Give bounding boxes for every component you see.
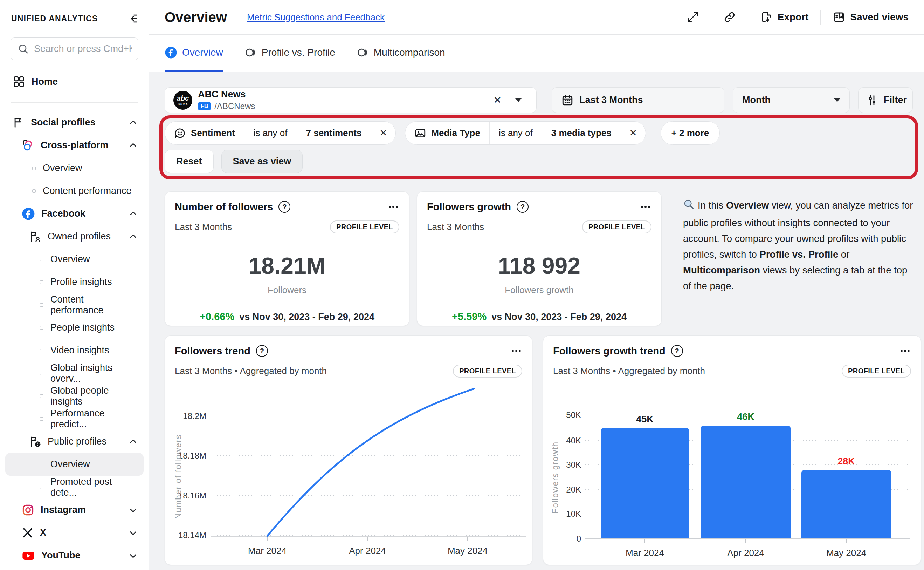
y-tick: 40K xyxy=(566,436,581,445)
save-as-view-button[interactable]: Save as view xyxy=(221,150,303,173)
y-tick: 18.2M xyxy=(183,411,206,421)
sentiment-icon xyxy=(174,127,186,139)
remove-filter-icon[interactable]: ✕ xyxy=(371,122,396,144)
share-link-icon[interactable] xyxy=(723,11,736,23)
instagram-icon xyxy=(22,504,34,516)
bullet-icon xyxy=(40,394,43,398)
card-menu-icon[interactable] xyxy=(387,201,399,213)
sidebar-item-public-overview[interactable]: Overview xyxy=(5,453,144,476)
sidebar-section-social-profiles[interactable]: Social profiles xyxy=(0,111,149,134)
followers-trend-line-chart: 18.2M 18.18M 18.16M 18.14M Number of fol… xyxy=(171,375,527,562)
more-filters-button[interactable]: + 2 more xyxy=(661,121,720,145)
magnifier-icon xyxy=(683,198,695,215)
metric-suggestions-link[interactable]: Metric Suggestions and Feedback xyxy=(247,12,385,23)
remove-filter-icon[interactable]: ✕ xyxy=(621,122,646,144)
header-separator xyxy=(820,10,821,25)
y-tick: 10K xyxy=(566,509,581,518)
sidebar-item-cross-platform-overview[interactable]: Overview xyxy=(0,157,149,179)
reset-button[interactable]: Reset xyxy=(165,150,214,173)
filter-button[interactable]: Filter xyxy=(858,87,913,113)
bullet-icon xyxy=(40,417,43,421)
sidebar-item-cross-platform-content-performance[interactable]: Content performance xyxy=(0,179,149,202)
tab-overview[interactable]: Overview xyxy=(165,35,223,72)
help-icon[interactable]: ? xyxy=(278,201,290,213)
help-icon[interactable]: ? xyxy=(517,201,528,213)
filter-value[interactable]: 7 sentiments xyxy=(297,122,371,144)
aggregation-dropdown[interactable]: Month xyxy=(733,87,850,113)
filter-actions-row: Reset Save as view xyxy=(165,150,302,173)
tab-multicomparison[interactable]: Multicomparison xyxy=(357,35,445,72)
remove-profile-icon[interactable]: ✕ xyxy=(487,94,509,106)
sidebar-item-label: Social profiles xyxy=(31,117,96,128)
tab-label: Profile vs. Profile xyxy=(262,47,335,58)
bullet-icon xyxy=(40,349,43,352)
sidebar-item-label: Overview xyxy=(43,162,82,173)
sidebar-item-global-people-insights[interactable]: Global people insights xyxy=(0,385,149,408)
sidebar-group-public-profiles[interactable]: Public profiles xyxy=(0,430,149,453)
filter-chip-media-type[interactable]: Media Type is any of 3 media types ✕ xyxy=(405,121,646,145)
export-button[interactable]: Export xyxy=(760,11,809,23)
sidebar-item-home[interactable]: Home xyxy=(0,69,149,94)
bullet-icon xyxy=(40,486,43,489)
bar-value-label: 45K xyxy=(636,414,654,424)
help-icon[interactable]: ? xyxy=(671,345,683,357)
tab-label: Multicomparison xyxy=(374,47,445,58)
date-range-selector[interactable]: Last 3 Months xyxy=(552,87,724,113)
page-header: Overview Metric Suggestions and Feedback… xyxy=(149,0,924,35)
card-menu-icon[interactable] xyxy=(640,201,652,213)
bullet-icon xyxy=(40,280,43,284)
sidebar-item-label: Public profiles xyxy=(47,436,107,447)
filter-operator[interactable]: is any of xyxy=(244,122,297,144)
filter-value[interactable]: 3 media types xyxy=(542,122,621,144)
filter-operator[interactable]: is any of xyxy=(489,122,542,144)
fullscreen-icon[interactable] xyxy=(687,11,699,23)
card-menu-icon[interactable] xyxy=(510,345,522,357)
overview-info-text: In this Overview view, you can analyze m… xyxy=(683,198,914,294)
chevron-down-icon[interactable] xyxy=(515,98,522,102)
sidebar-item-global-insights-overview[interactable]: Global insights overv... xyxy=(0,362,149,385)
filter-field[interactable]: Sentiment xyxy=(165,122,244,144)
sidebar-section-instagram[interactable]: Instagram xyxy=(0,498,149,521)
sidebar-item-people-insights[interactable]: People insights xyxy=(0,316,149,339)
search-input[interactable] xyxy=(11,37,138,60)
sidebar-item-content-performance[interactable]: Content performance xyxy=(0,293,149,316)
sidebar-section-facebook[interactable]: Facebook xyxy=(0,202,149,225)
y-tick: 50K xyxy=(566,410,581,420)
profile-selector[interactable]: abc NEWS ABC News FB /ABCNews ✕ xyxy=(165,87,537,113)
saved-views-button[interactable]: Saved views xyxy=(832,11,909,23)
tab-label: Overview xyxy=(182,47,223,58)
sidebar-item-video-insights[interactable]: Video insights xyxy=(0,339,149,362)
help-icon[interactable]: ? xyxy=(256,345,268,357)
info-text-bold: Profile vs. Profile xyxy=(760,249,838,260)
calendar-icon xyxy=(561,94,574,107)
sidebar-item-cross-platform[interactable]: Cross-platform xyxy=(0,134,149,157)
x-tick: Apr 2024 xyxy=(727,547,764,558)
sidebar-section-x[interactable]: X xyxy=(0,521,149,544)
sidebar-item-profile-insights[interactable]: Profile insights xyxy=(0,271,149,293)
avatar-text: NEWS xyxy=(177,103,188,106)
card-menu-icon[interactable] xyxy=(899,345,911,357)
metric-comparison-period: vs Nov 30, 2023 - Feb 29, 2024 xyxy=(492,312,627,322)
view-tabs: Overview Profile vs. Profile Multicompar… xyxy=(149,35,924,72)
sidebar-group-owned-profiles[interactable]: Owned profiles xyxy=(0,225,149,248)
sidebar-item-promoted-post-detection[interactable]: Promoted post dete... xyxy=(0,476,149,498)
owned-profiles-icon xyxy=(29,231,41,242)
header-divider xyxy=(237,11,237,24)
sidebar-section-youtube[interactable]: YouTube xyxy=(0,544,149,567)
bar-apr-2024 xyxy=(701,426,791,542)
sidebar-item-label: Content performance xyxy=(43,185,132,196)
sidebar-collapse-button[interactable] xyxy=(127,12,138,25)
sidebar-item-performance-prediction[interactable]: Performance predict... xyxy=(0,408,149,430)
tab-profile-vs-profile[interactable]: Profile vs. Profile xyxy=(245,35,335,72)
metric-delta: +0.66% xyxy=(200,311,234,322)
filter-field[interactable]: Media Type xyxy=(405,122,489,144)
filter-chip-sentiment[interactable]: Sentiment is any of 7 sentiments ✕ xyxy=(165,121,396,145)
y-tick: 18.14M xyxy=(178,530,206,540)
info-text: or xyxy=(838,249,849,260)
sidebar-item-owned-overview[interactable]: Overview xyxy=(0,248,149,271)
date-range-value: Last 3 Months xyxy=(579,95,643,106)
header-separator xyxy=(711,10,712,25)
trend-line-series xyxy=(267,389,474,536)
main-area: Overview Metric Suggestions and Feedback… xyxy=(149,0,924,570)
y-tick: 30K xyxy=(566,460,581,469)
